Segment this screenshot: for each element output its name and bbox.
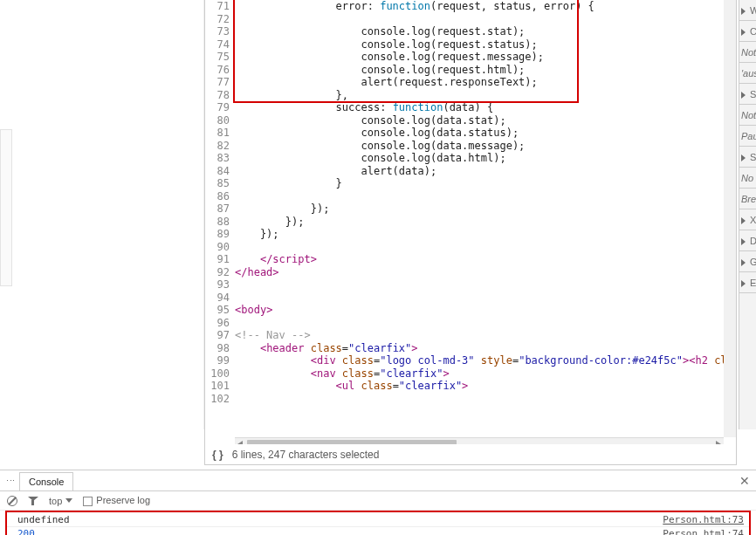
clear-console-icon[interactable] — [7, 496, 17, 506]
code-line[interactable]: 72 — [205, 13, 736, 26]
code-line[interactable]: 79 success: function(data) { — [205, 101, 736, 114]
code-line[interactable]: 77 alert(request.responseText); — [205, 76, 736, 89]
line-source[interactable]: <!-- Nav --> — [235, 329, 736, 342]
code-line[interactable]: 80 console.log(data.stat); — [205, 114, 736, 127]
code-line[interactable]: 73 console.log(request.stat); — [205, 25, 736, 38]
code-line[interactable]: 90 — [205, 241, 736, 254]
line-source[interactable]: alert(data); — [235, 165, 736, 178]
line-source[interactable]: console.log(request.message); — [235, 51, 736, 64]
code-line[interactable]: 74 console.log(request.status); — [205, 38, 736, 51]
sidebar-section[interactable]: S — [739, 84, 756, 105]
pretty-print-icon[interactable]: { } — [212, 449, 223, 461]
filter-icon[interactable] — [28, 496, 38, 506]
line-source[interactable] — [235, 292, 736, 305]
sidebar-section[interactable]: E — [739, 272, 756, 293]
line-source[interactable]: } — [235, 177, 736, 190]
line-source[interactable]: <header class="clearfix"> — [235, 342, 736, 355]
sidebar-section[interactable]: No — [739, 168, 756, 189]
line-number: 79 — [205, 101, 235, 114]
line-number: 93 — [205, 278, 235, 292]
code-line[interactable]: 89 }); — [205, 228, 736, 241]
line-source[interactable]: console.log(data.html); — [235, 152, 736, 165]
line-source[interactable]: }); — [235, 202, 736, 216]
sidebar-section[interactable]: Pau — [739, 126, 756, 147]
sidebar-section[interactable]: Bre — [739, 189, 756, 209]
line-source[interactable]: console.log(data.status); — [235, 127, 736, 140]
line-number: 88 — [205, 216, 235, 229]
line-source[interactable]: <nav class="clearfix"> — [235, 367, 736, 381]
line-source[interactable]: }, — [235, 89, 736, 102]
code-line[interactable]: 78 }, — [205, 89, 736, 102]
line-source[interactable]: success: function(data) { — [235, 101, 736, 114]
sidebar-section[interactable]: Not — [739, 42, 756, 63]
code-line[interactable]: 82 console.log(data.message); — [205, 140, 736, 153]
line-source[interactable]: console.log(request.stat); — [235, 25, 736, 38]
line-source[interactable]: <ul class="clearfix"> — [235, 380, 736, 393]
log-source-link[interactable]: Person.html:73 — [663, 514, 744, 525]
drawer-toggle-icon[interactable]: ⋮ — [3, 470, 16, 490]
line-source[interactable]: console.log(data.message); — [235, 140, 736, 153]
line-source[interactable]: <body> — [235, 304, 736, 317]
line-source[interactable] — [235, 317, 736, 330]
sidebar-section[interactable]: S — [739, 147, 756, 168]
line-source[interactable] — [235, 241, 736, 254]
line-source[interactable] — [235, 278, 736, 292]
line-number: 89 — [205, 228, 235, 241]
code-line[interactable]: 83 console.log(data.html); — [205, 152, 736, 165]
vertical-scrollbar[interactable] — [724, 0, 736, 437]
code-line[interactable]: 87 }); — [205, 202, 736, 216]
code-line[interactable]: 96 — [205, 317, 736, 330]
line-source[interactable] — [235, 393, 736, 406]
line-source[interactable]: </head> — [235, 266, 736, 279]
line-source[interactable]: }); — [235, 216, 736, 229]
code-line[interactable]: 75 console.log(request.message); — [205, 51, 736, 64]
code-line[interactable]: 94 — [205, 292, 736, 305]
sidebar-section[interactable]: G — [739, 251, 756, 272]
tab-console[interactable]: Console — [19, 472, 73, 490]
line-source[interactable]: }); — [235, 228, 736, 241]
line-source[interactable]: alert(request.responseText); — [235, 76, 736, 89]
log-entry: 200Person.html:74 — [7, 526, 749, 535]
close-drawer-button[interactable]: ✕ — [733, 470, 756, 490]
sidebar-section[interactable]: Not — [739, 105, 756, 126]
code-line[interactable]: 92</head> — [205, 266, 736, 279]
line-source[interactable]: <div class="logo col-md-3" style="backgr… — [235, 354, 736, 367]
line-number: 84 — [205, 165, 235, 178]
sidebar-section[interactable]: C — [739, 21, 756, 42]
line-source[interactable]: console.log(request.html); — [235, 64, 736, 77]
sidebar-section[interactable]: X — [739, 209, 756, 230]
line-source[interactable] — [235, 190, 736, 203]
source-editor[interactable]: 71 error: function(request, status, erro… — [204, 0, 737, 452]
log-message: undefined — [17, 514, 663, 525]
code-block: 71 error: function(request, status, erro… — [205, 0, 736, 405]
line-source[interactable]: </script> — [235, 253, 736, 266]
code-line[interactable]: 84 alert(data); — [205, 165, 736, 178]
code-line[interactable]: 91 </script> — [205, 253, 736, 266]
code-line[interactable]: 99 <div class="logo col-md-3" style="bac… — [205, 354, 736, 367]
code-line[interactable]: 76 console.log(request.html); — [205, 64, 736, 77]
checkbox-icon[interactable] — [83, 497, 93, 506]
sidebar-section[interactable]: 'ause — [739, 63, 756, 84]
line-source[interactable]: console.log(request.status); — [235, 38, 736, 51]
code-line[interactable]: 88 }); — [205, 216, 736, 229]
code-line[interactable]: 85 } — [205, 177, 736, 190]
sidebar-section[interactable]: W — [739, 0, 756, 21]
code-line[interactable]: 98 <header class="clearfix"> — [205, 342, 736, 355]
expand-icon — [741, 280, 746, 287]
code-line[interactable]: 102 — [205, 393, 736, 406]
line-source[interactable]: error: function(request, status, error) … — [235, 0, 736, 13]
sidebar-section[interactable]: D — [739, 230, 756, 251]
code-line[interactable]: 101 <ul class="clearfix"> — [205, 380, 736, 393]
code-line[interactable]: 97<!-- Nav --> — [205, 329, 736, 342]
log-source-link[interactable]: Person.html:74 — [663, 528, 744, 535]
code-line[interactable]: 93 — [205, 278, 736, 292]
line-source[interactable]: console.log(data.stat); — [235, 114, 736, 127]
context-selector[interactable]: top — [49, 496, 72, 506]
preserve-log-toggle[interactable]: Preserve log — [83, 495, 150, 506]
code-line[interactable]: 100 <nav class="clearfix"> — [205, 367, 736, 381]
code-line[interactable]: 86 — [205, 190, 736, 203]
code-line[interactable]: 71 error: function(request, status, erro… — [205, 0, 736, 13]
code-line[interactable]: 95<body> — [205, 304, 736, 317]
code-line[interactable]: 81 console.log(data.status); — [205, 127, 736, 140]
line-source[interactable] — [235, 13, 736, 26]
